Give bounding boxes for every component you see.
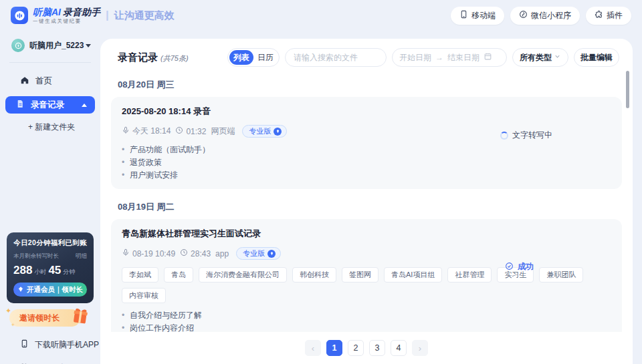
avatar bbox=[11, 39, 25, 52]
tag[interactable]: 签图网 bbox=[342, 267, 379, 283]
record-duration: 01:32 bbox=[186, 127, 206, 136]
view-toggle-calendar[interactable]: 日历 bbox=[253, 50, 278, 65]
scrollbar[interactable] bbox=[626, 71, 629, 108]
promo-minutes: 45 bbox=[48, 264, 61, 277]
chevron-down-icon bbox=[554, 53, 561, 62]
promo-remain-label: 本月剩余转写时长 bbox=[13, 252, 59, 260]
page-button-4[interactable]: 4 bbox=[391, 340, 407, 356]
mic-icon bbox=[122, 248, 130, 258]
pro-badge: 专业版 bbox=[236, 247, 281, 260]
arrow-right-icon: → bbox=[435, 53, 443, 62]
pro-gem-icon bbox=[274, 128, 282, 136]
record-count: (共75条) bbox=[160, 53, 189, 63]
brand-logo-icon bbox=[11, 7, 28, 24]
brand-name-blue: 听脑AI bbox=[33, 7, 61, 17]
group-date: 08月20日 周三 bbox=[111, 79, 622, 91]
mobile-icon bbox=[459, 10, 468, 21]
wechat-miniprogram-icon bbox=[519, 10, 528, 21]
main-panel: 录音记录 (共75条) 列表 日历 开始日期 → 结束日期 所有类型 批量编辑 bbox=[100, 39, 633, 364]
tag[interactable]: 社群管理 bbox=[447, 267, 492, 283]
user-name: 听脑用户_5223 bbox=[29, 40, 84, 51]
sidebar-item-home[interactable]: 首页 bbox=[0, 71, 100, 91]
promo-detail-link[interactable]: 明细 bbox=[76, 252, 87, 260]
record-card[interactable]: 2025-08-20 18:14 录音 今天 18:14 01:32 网页端 专… bbox=[111, 97, 622, 189]
loading-spinner-icon bbox=[500, 132, 508, 140]
chevron-up-icon bbox=[82, 104, 87, 107]
sidebar-item-records[interactable]: 录音记录 bbox=[5, 96, 95, 114]
group-date: 08月19日 周二 bbox=[111, 201, 622, 213]
brand-text: 听脑AI 录音助手 一键生成关键纪要 bbox=[33, 7, 100, 24]
toolbar: 录音记录 (共75条) 列表 日历 开始日期 → 结束日期 所有类型 批量编辑 bbox=[100, 39, 633, 67]
sparkle-icon: ✦ bbox=[5, 307, 11, 315]
app-window: 听脑AI 录音助手 一键生成关键纪要 | 让沟通更高效 移动端 微信小程序 插件 bbox=[0, 0, 642, 364]
page-button-2[interactable]: 2 bbox=[348, 340, 364, 356]
record-time: 今天 18:14 bbox=[132, 126, 171, 137]
sparkle-icon: ✦ bbox=[11, 322, 15, 328]
download-app-link[interactable]: 下载听脑手机APP bbox=[0, 338, 100, 351]
help-center-link[interactable]: 帮助中心 bbox=[0, 361, 100, 364]
record-source: app bbox=[215, 249, 229, 258]
page-title: 录音记录 bbox=[118, 51, 158, 64]
batch-edit-button[interactable]: 批量编辑 bbox=[574, 48, 619, 67]
date-range-picker[interactable]: 开始日期 → 结束日期 bbox=[392, 48, 507, 67]
clock-icon bbox=[180, 248, 188, 258]
search-input[interactable] bbox=[294, 53, 378, 62]
sidebar-item-new-folder[interactable]: + 新建文件夹 bbox=[0, 119, 100, 135]
pro-badge: 专业版 bbox=[242, 125, 287, 138]
record-title: 青岛新媒体社群管理实习生面试记录 bbox=[122, 228, 611, 240]
page-button-3[interactable]: 3 bbox=[369, 340, 385, 356]
record-source: 网页端 bbox=[211, 126, 235, 137]
promo-card: 今日20分钟福利已到账 本月剩余转写时长 明细 288 小时 45 分钟 开通会… bbox=[7, 232, 94, 303]
tag[interactable]: 海尔消费金融有限公司 bbox=[199, 267, 287, 283]
tag[interactable]: 李如斌 bbox=[122, 267, 158, 283]
brand-name-dark: 录音助手 bbox=[63, 7, 100, 17]
tag[interactable]: 韩创科技 bbox=[292, 267, 336, 283]
date-start-placeholder: 开始日期 bbox=[399, 52, 431, 63]
record-status: 成功 bbox=[505, 261, 534, 272]
record-doc-icon bbox=[16, 100, 31, 110]
user-menu[interactable]: 听脑用户_5223 bbox=[0, 36, 100, 55]
type-filter-dropdown[interactable]: 所有类型 bbox=[512, 48, 568, 67]
tag[interactable]: 兼职团队 bbox=[539, 267, 583, 283]
sidebar: 听脑用户_5223 首页 录音记录 + 新建文件夹 今日20分钟福利已到账 本月… bbox=[0, 31, 100, 364]
tag-list: 李如斌 青岛 海尔消费金融有限公司 韩创科技 签图网 青岛AI项目组 社群管理 … bbox=[122, 267, 611, 303]
tag[interactable]: 内容审核 bbox=[122, 288, 166, 303]
header-actions: 移动端 微信小程序 插件 bbox=[451, 7, 631, 25]
summary-item: 用户测试安排 bbox=[122, 169, 611, 182]
phone-icon bbox=[20, 339, 35, 350]
plugin-icon bbox=[595, 10, 603, 21]
mic-icon bbox=[122, 126, 130, 136]
tag[interactable]: 青岛AI项目组 bbox=[384, 267, 442, 283]
chevron-down-icon bbox=[86, 44, 91, 47]
record-status: 文字转写中 bbox=[500, 130, 552, 141]
date-end-placeholder: 结束日期 bbox=[447, 52, 479, 63]
prev-page-button[interactable]: ‹ bbox=[305, 340, 321, 356]
record-time: 08-19 10:49 bbox=[132, 249, 175, 258]
page-button-1[interactable]: 1 bbox=[326, 340, 342, 356]
record-duration: 28:43 bbox=[191, 249, 211, 258]
promo-remaining-time: 288 小时 45 分钟 bbox=[13, 264, 87, 277]
home-icon bbox=[20, 75, 35, 87]
brand-slogan: | 让沟通更高效 bbox=[106, 9, 175, 22]
clock-icon bbox=[175, 126, 183, 136]
brand-subtitle: 一键生成关键纪要 bbox=[33, 19, 100, 24]
divider bbox=[9, 62, 91, 63]
top-header: 听脑AI 录音助手 一键生成关键纪要 | 让沟通更高效 移动端 微信小程序 插件 bbox=[0, 0, 642, 31]
tag[interactable]: 青岛 bbox=[164, 267, 193, 283]
view-toggle: 列表 日历 bbox=[227, 48, 280, 67]
search-box bbox=[285, 48, 387, 67]
plugin-button[interactable]: 插件 bbox=[586, 7, 631, 25]
summary-item: 自我介绍与经历了解 bbox=[122, 309, 611, 322]
next-page-button[interactable]: › bbox=[412, 340, 428, 356]
promo-title: 今日20分钟福利已到账 bbox=[13, 238, 87, 248]
calendar-icon bbox=[484, 52, 492, 63]
promo-hours: 288 bbox=[13, 264, 32, 277]
view-toggle-list[interactable]: 列表 bbox=[229, 50, 253, 65]
record-summary: 产品功能（面试助手） 退货政策 用户测试安排 bbox=[122, 144, 611, 182]
check-circle-icon bbox=[505, 262, 514, 272]
diamond-icon bbox=[17, 286, 24, 294]
open-membership-button[interactable]: 开通会员｜领时长 bbox=[13, 283, 87, 297]
mobile-button[interactable]: 移动端 bbox=[451, 7, 504, 25]
record-title: 2025-08-20 18:14 录音 bbox=[122, 106, 611, 118]
wechat-miniprogram-button[interactable]: 微信小程序 bbox=[510, 7, 580, 25]
